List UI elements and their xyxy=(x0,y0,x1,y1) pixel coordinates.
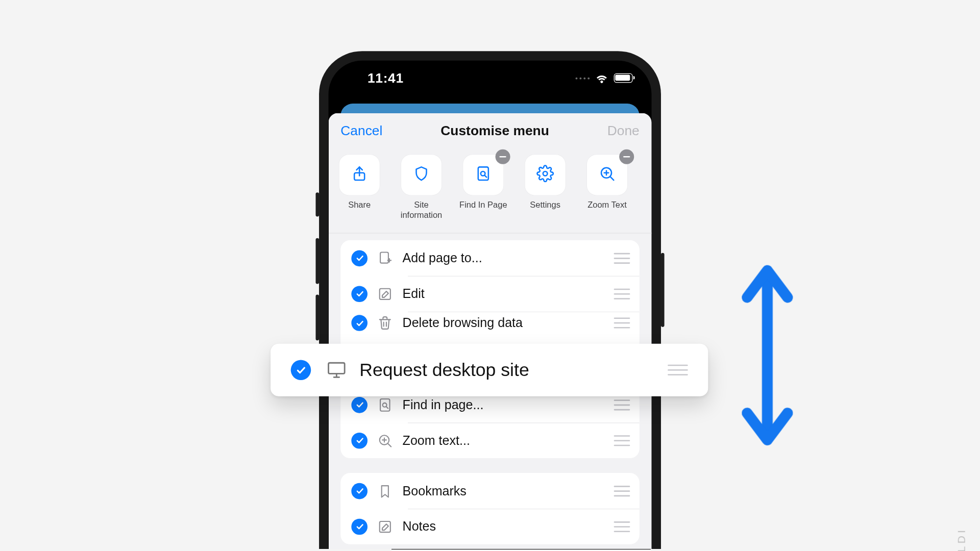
list-item[interactable]: Delete browsing data xyxy=(340,312,640,335)
checkmark-icon[interactable] xyxy=(351,315,368,331)
checkmark-icon[interactable] xyxy=(351,396,368,413)
shield-icon xyxy=(412,165,430,185)
list-item[interactable]: Bookmarks xyxy=(340,473,640,509)
checkmark-icon[interactable] xyxy=(351,286,368,302)
iphone-mock: 11:41 Cancel Customise menu Done xyxy=(319,51,661,549)
row-label: Bookmarks xyxy=(403,483,467,498)
menu-items-group: Bookmarks Notes xyxy=(340,473,640,544)
vivaldi-wordmark: VIVALDI xyxy=(956,528,968,551)
brand-text: VIVALDI xyxy=(956,528,968,551)
list-item[interactable]: Edit xyxy=(340,276,640,312)
row-label: Add page to... xyxy=(403,251,482,265)
add-page-icon xyxy=(377,250,393,266)
action-label: Find In Page xyxy=(459,201,507,211)
phone-side-button xyxy=(315,192,319,216)
status-time: 11:41 xyxy=(368,70,404,86)
svg-rect-5 xyxy=(380,252,388,263)
edit-icon xyxy=(377,286,393,302)
action-history[interactable]: His xyxy=(644,155,652,220)
remove-badge-icon[interactable] xyxy=(619,149,634,164)
action-label: Site information xyxy=(401,201,443,221)
bookmark-icon xyxy=(377,483,393,499)
status-bar: 11:41 xyxy=(329,61,652,96)
row-label: Notes xyxy=(403,519,436,534)
svg-rect-1 xyxy=(478,167,488,180)
phone-side-button xyxy=(315,295,319,341)
action-label: Share xyxy=(348,201,371,211)
drag-handle-icon[interactable] xyxy=(614,253,630,263)
remove-badge-icon[interactable] xyxy=(496,149,510,164)
action-label: Zoom Text xyxy=(587,201,627,211)
phone-side-button xyxy=(315,238,319,284)
action-settings[interactable]: Settings xyxy=(520,155,571,220)
desktop-icon xyxy=(326,360,347,381)
action-share[interactable]: Share xyxy=(334,155,385,220)
drag-handle-icon[interactable] xyxy=(614,521,630,532)
reorder-arrow-icon xyxy=(733,261,801,449)
checkmark-icon[interactable] xyxy=(351,518,368,535)
gear-icon xyxy=(536,165,554,185)
notes-icon xyxy=(377,518,393,535)
action-zoom-text[interactable]: Zoom Text xyxy=(581,155,632,220)
trash-icon xyxy=(377,315,393,331)
drag-handle-icon[interactable] xyxy=(614,399,630,410)
row-label: Edit xyxy=(403,286,425,301)
list-item[interactable]: Zoom text... xyxy=(340,422,640,458)
wifi-icon xyxy=(595,73,608,83)
drag-handle-icon[interactable] xyxy=(614,435,630,446)
drag-handle-icon[interactable] xyxy=(614,288,630,299)
list-item[interactable]: Notes xyxy=(340,509,640,544)
cancel-button[interactable]: Cancel xyxy=(340,123,382,138)
svg-rect-11 xyxy=(329,363,345,373)
customise-menu-sheet: Cancel Customise menu Done Share xyxy=(329,113,652,549)
action-find-in-page[interactable]: Find In Page xyxy=(458,155,509,220)
row-label: Request desktop site xyxy=(359,360,529,381)
zoom-in-icon xyxy=(598,165,616,185)
done-button[interactable]: Done xyxy=(607,123,640,138)
cellular-icon xyxy=(575,77,590,79)
row-label: Delete browsing data xyxy=(403,315,523,330)
svg-rect-10 xyxy=(380,521,390,532)
share-icon xyxy=(351,165,368,185)
svg-rect-6 xyxy=(380,288,390,299)
find-in-page-icon xyxy=(475,165,492,185)
quick-actions-strip[interactable]: Share Site information Find In Page xyxy=(329,148,652,233)
list-item[interactable]: Add page to... xyxy=(340,240,640,276)
row-label: Find in page... xyxy=(403,397,484,412)
action-site-information[interactable]: Site information xyxy=(396,155,447,220)
checkmark-icon[interactable] xyxy=(351,432,368,448)
drag-handle-icon[interactable] xyxy=(614,485,630,496)
dragged-row-request-desktop-site[interactable]: Request desktop site xyxy=(271,344,708,396)
sheet-title: Customise menu xyxy=(440,123,549,138)
svg-rect-7 xyxy=(380,398,389,411)
zoom-in-icon xyxy=(377,432,393,448)
drag-handle-icon[interactable] xyxy=(614,317,630,328)
find-in-page-icon xyxy=(377,396,393,413)
checkmark-icon[interactable] xyxy=(351,250,368,266)
phone-side-button xyxy=(661,253,665,327)
row-label: Zoom text... xyxy=(403,433,470,448)
battery-icon xyxy=(614,73,633,83)
action-label: Settings xyxy=(530,201,560,211)
divider xyxy=(329,233,652,233)
svg-point-3 xyxy=(543,171,548,176)
drag-handle-icon[interactable] xyxy=(668,365,688,375)
checkmark-icon[interactable] xyxy=(291,360,311,381)
sheet-header: Cancel Customise menu Done xyxy=(329,113,652,148)
checkmark-icon[interactable] xyxy=(351,483,368,499)
